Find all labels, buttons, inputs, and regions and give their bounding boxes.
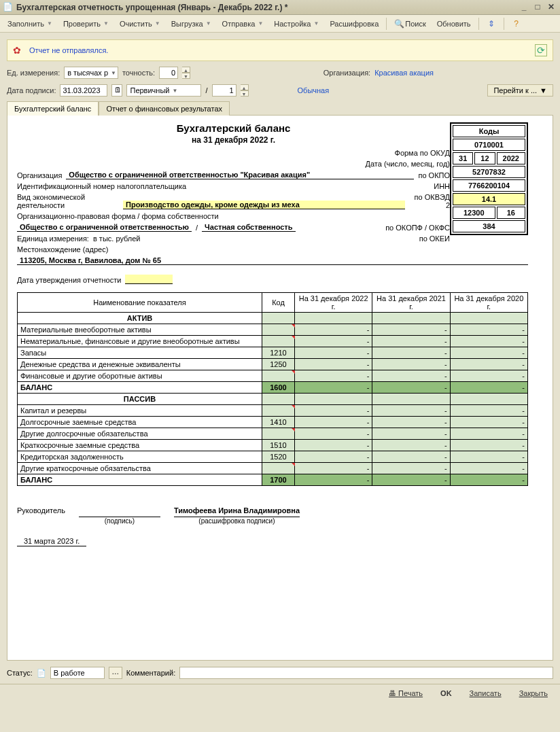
- value-cell[interactable]: -: [372, 324, 450, 336]
- updown-button[interactable]: ⇕: [482, 17, 501, 31]
- row-name: Материальные внеоборотные активы: [18, 324, 262, 336]
- tab-balance[interactable]: Бухгалтерский баланс: [7, 101, 99, 116]
- num-spinner[interactable]: ▲▼: [241, 84, 249, 97]
- row-code[interactable]: 1410: [262, 417, 295, 428]
- value-cell[interactable]: -: [372, 359, 450, 370]
- value-cell[interactable]: -: [295, 336, 372, 347]
- check-button[interactable]: Проверить▼: [58, 18, 113, 30]
- maximize-button[interactable]: □: [531, 2, 544, 13]
- value-cell[interactable]: -: [295, 324, 372, 336]
- row-code[interactable]: [262, 324, 295, 336]
- num-input[interactable]: [212, 84, 237, 97]
- status-picker-button[interactable]: …: [109, 667, 122, 679]
- section-header: АКТИВ: [18, 313, 262, 324]
- value-cell[interactable]: -: [295, 359, 372, 370]
- fill-button[interactable]: Заполнить▼: [3, 18, 57, 30]
- signature-line: [79, 506, 160, 517]
- ok-button[interactable]: OK: [435, 688, 457, 699]
- value-cell[interactable]: -: [295, 347, 372, 359]
- row-name: Финансовые и другие оборотные активы: [18, 370, 262, 382]
- value-cell[interactable]: -: [295, 463, 372, 474]
- spin-up-icon[interactable]: ▲: [182, 67, 190, 73]
- goto-button[interactable]: Перейти к ...▼: [487, 84, 553, 97]
- value-cell[interactable]: -: [372, 347, 450, 359]
- value-cell: -: [450, 382, 527, 394]
- value-cell[interactable]: -: [372, 428, 450, 440]
- send-button[interactable]: Отправка▼: [217, 18, 268, 30]
- approve-date-input[interactable]: [125, 275, 173, 284]
- setup-button[interactable]: Настройка▼: [269, 18, 323, 30]
- okpo-label: по ОКПО: [418, 171, 450, 179]
- activity-value[interactable]: Производство одежды, кроме одежды из мех…: [123, 201, 405, 209]
- tab-finresults[interactable]: Отчет о финансовых результатах: [99, 101, 230, 116]
- value-cell[interactable]: -: [295, 451, 372, 463]
- row-code[interactable]: 1520: [262, 451, 295, 463]
- row-code[interactable]: [262, 428, 295, 440]
- print-button[interactable]: 🖶 Печать: [383, 688, 428, 699]
- value-cell[interactable]: -: [295, 428, 372, 440]
- value-cell[interactable]: -: [450, 463, 527, 474]
- value-cell[interactable]: -: [450, 347, 527, 359]
- export-button[interactable]: Выгрузка▼: [167, 18, 216, 30]
- balance-row: БАЛАНС1700---: [18, 474, 528, 486]
- precision-input[interactable]: [159, 67, 178, 79]
- value-cell[interactable]: -: [372, 336, 450, 347]
- value-cell[interactable]: -: [372, 417, 450, 428]
- value-cell[interactable]: -: [372, 451, 450, 463]
- close-window-button[interactable]: Закрыть: [514, 688, 553, 699]
- normal-link[interactable]: Обычная: [298, 86, 330, 94]
- comment-label: Комментарий:: [126, 669, 175, 677]
- org-link[interactable]: Красивая акация: [374, 69, 434, 77]
- comment-input[interactable]: [179, 667, 553, 679]
- spin-up-icon[interactable]: ▲: [241, 84, 249, 90]
- row-code[interactable]: 1250: [262, 359, 295, 370]
- spin-down-icon[interactable]: ▼: [182, 73, 190, 79]
- value-cell[interactable]: -: [295, 417, 372, 428]
- value-cell[interactable]: -: [372, 370, 450, 382]
- clear-button[interactable]: Очистить▼: [115, 18, 165, 30]
- unit-label: Ед. измерения:: [7, 69, 60, 77]
- th-2021: На 31 декабря 2021 г.: [372, 293, 450, 313]
- status-input[interactable]: [50, 667, 105, 679]
- value-cell[interactable]: -: [450, 405, 527, 417]
- value-cell[interactable]: -: [450, 417, 527, 428]
- value-cell[interactable]: -: [372, 405, 450, 417]
- value-cell[interactable]: -: [450, 451, 527, 463]
- value-cell[interactable]: -: [372, 463, 450, 474]
- document-pane[interactable]: Коды 0710001 31122022 52707832 776620010…: [7, 116, 553, 661]
- save-button[interactable]: Записать: [464, 688, 507, 699]
- refresh-button[interactable]: Обновить: [432, 18, 476, 30]
- help-button[interactable]: ?: [507, 17, 526, 31]
- value-cell[interactable]: -: [450, 324, 527, 336]
- value-cell[interactable]: -: [295, 440, 372, 451]
- row-code[interactable]: 1210: [262, 347, 295, 359]
- close-button[interactable]: ✕: [545, 2, 557, 13]
- precision-label: точность:: [122, 69, 155, 77]
- org-name-value: Общество с ограниченной ответственностью…: [66, 171, 414, 179]
- calendar-button[interactable]: 🗓: [111, 84, 122, 97]
- search-button[interactable]: 🔍Поиск: [389, 17, 430, 31]
- date-input[interactable]: [60, 84, 107, 97]
- value-cell[interactable]: -: [372, 440, 450, 451]
- value-cell[interactable]: -: [450, 440, 527, 451]
- row-code[interactable]: [262, 405, 295, 417]
- empty-cell: [450, 394, 527, 405]
- value-cell[interactable]: -: [450, 359, 527, 370]
- unit-combo[interactable]: в тысячах р▼: [64, 67, 118, 79]
- okved-value[interactable]: 14.1: [453, 193, 525, 205]
- row-code[interactable]: 1510: [262, 440, 295, 451]
- value-cell[interactable]: -: [450, 370, 527, 382]
- precision-spinner[interactable]: ▲▼: [182, 67, 190, 79]
- row-code[interactable]: [262, 370, 295, 382]
- row-code[interactable]: [262, 336, 295, 347]
- value-cell[interactable]: -: [295, 370, 372, 382]
- kind-combo[interactable]: Первичный▼: [126, 84, 201, 97]
- value-cell[interactable]: -: [450, 336, 527, 347]
- refresh-status-button[interactable]: ⟳: [535, 44, 547, 56]
- decode-button[interactable]: Расшифровка: [325, 18, 383, 30]
- minimize-button[interactable]: _: [518, 2, 530, 13]
- value-cell[interactable]: -: [450, 428, 527, 440]
- row-code[interactable]: [262, 463, 295, 474]
- value-cell[interactable]: -: [295, 405, 372, 417]
- spin-down-icon[interactable]: ▼: [241, 90, 249, 97]
